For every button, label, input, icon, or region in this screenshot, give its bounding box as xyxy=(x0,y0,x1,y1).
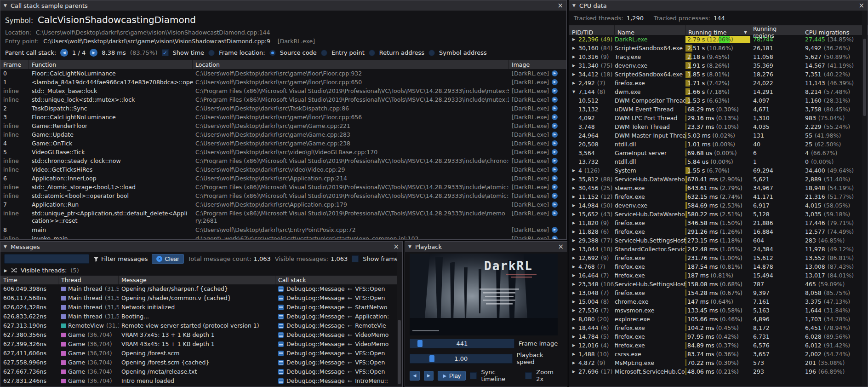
expand-icon[interactable]: ▶ xyxy=(571,323,576,332)
frame-goto-icon[interactable]: ▶ xyxy=(552,167,558,173)
expand-icon[interactable]: ▶ xyxy=(571,175,576,184)
expand-icon[interactable]: ▶ xyxy=(571,79,576,87)
expand-icon[interactable]: ▶ xyxy=(571,44,576,52)
expand-icon[interactable]: ▶ xyxy=(571,350,576,358)
col-time[interactable]: Time xyxy=(0,276,58,284)
callstack-frame-row[interactable]: inlinestd::_Atomic_storage<bool,1>::load… xyxy=(0,183,566,191)
frame-goto-icon[interactable]: ▶ xyxy=(552,210,558,216)
show-time-checkbox[interactable]: ✓ xyxy=(162,49,169,56)
message-filter-input[interactable] xyxy=(4,254,89,264)
col-thread[interactable]: Thread xyxy=(58,276,119,284)
callstack-frame-row[interactable]: 1<lambda_84a19dc444fae966ca174e83e708bdc… xyxy=(0,78,566,87)
cpu-process-row[interactable]: ▶2,492(7)firefox.exe1.71 s(7.42%)24,0221… xyxy=(569,79,868,87)
expand-icon[interactable]: ▶ xyxy=(571,367,576,376)
play-button[interactable]: ▶ Play xyxy=(438,371,466,381)
scrollbar-thumb[interactable] xyxy=(398,320,401,384)
close-icon[interactable]: × xyxy=(393,243,399,250)
cpu-process-row[interactable]: ▶29,388(77)ServiceHub.SettingsHost273.15… xyxy=(569,236,868,245)
message-row[interactable]: 606,049,398nsMain thread(31,596)Opening … xyxy=(0,284,402,294)
cpu-table-header[interactable]: PID/TID Name Running time▼ Running regio… xyxy=(569,25,868,35)
frame-goto-icon[interactable]: ▶ xyxy=(552,193,558,199)
cpu-titlebar[interactable]: ▼ CPU data × xyxy=(569,0,868,11)
cpu-process-row[interactable]: ▶30,456(25)steam.exe643.61 ms(2.79%)34,9… xyxy=(569,184,868,192)
frame-location-radio[interactable] xyxy=(428,50,435,56)
frame-goto-icon[interactable]: ▶ xyxy=(552,140,558,146)
callstack-titlebar[interactable]: ▼ Call stack sample parents × xyxy=(0,0,566,11)
cpu-process-row[interactable]: ▶10,316(9)Tracy.exe2.18 s(9.45%)11,0585,… xyxy=(569,52,868,61)
expand-icon[interactable]: ▶ xyxy=(571,70,576,79)
cpu-process-row[interactable]: ▶27,696(17)Microsoft.ServiceHub.Co48.06 … xyxy=(569,367,868,376)
expand-icon[interactable]: ▶ xyxy=(571,271,576,280)
expand-icon[interactable]: ▶ xyxy=(571,219,576,227)
expand-icon[interactable]: ▶ xyxy=(571,192,576,201)
expand-icon[interactable]: ▶ xyxy=(571,201,576,210)
expand-icon[interactable]: ▶ xyxy=(571,35,576,44)
cpu-process-row[interactable]: ▶18,444(6)firefox.exe104.2 ms(0.45%)8,17… xyxy=(569,323,868,332)
cpu-thread-row[interactable]: 4,092DWM LPC Port Thread29.16 ms(0.13%)1… xyxy=(569,114,868,122)
cpu-thread-row[interactable]: 13,732ntdll.dll5.84 us(0.00%)10(0.00%) xyxy=(569,157,868,166)
next-stack-button[interactable]: ▶ xyxy=(90,49,97,57)
callstack-table-header[interactable]: Frame Function Location Image xyxy=(0,60,566,69)
cpu-process-row[interactable]: ▶27,536(7)msvsmon.exe133.45 ms(0.58%)5,1… xyxy=(569,306,868,315)
close-icon[interactable]: × xyxy=(558,243,564,250)
messages-table-header[interactable]: Time Thread Message Call stack xyxy=(0,276,402,284)
callstack-entry-icon[interactable] xyxy=(278,295,284,301)
cpu-process-row[interactable]: ▶14,984(50)devenv.exe584.69 ms(2.53%)6,9… xyxy=(569,201,868,210)
frame-image-slider[interactable]: 441 xyxy=(410,339,514,348)
frame-goto-icon[interactable]: ▶ xyxy=(552,114,558,120)
collapse-icon[interactable]: ▼ xyxy=(4,244,7,249)
cpu-thread-row[interactable]: 20,508ntdll.dll1.01 ms(0.00%)4025(62.50%… xyxy=(569,140,868,149)
cpu-process-row[interactable]: ▶12,016(4)firefox.exe84.89 ms(0.37%)6,57… xyxy=(569,341,868,350)
cpu-process-row[interactable]: ▶16,464(7)firefox.exe187 ms(0.81%)15,494… xyxy=(569,271,868,280)
playback-speed-slider[interactable]: 1.00 xyxy=(410,354,513,364)
callstack-frame-row[interactable]: inlinestd::_Mutex_base::lockC:\Program F… xyxy=(0,87,566,95)
expand-icon[interactable]: ▶ xyxy=(571,52,576,61)
callstack-frame-row[interactable]: inlinestd::unique_lock<std::mutex>::lock… xyxy=(0,95,566,104)
cpu-process-row[interactable]: ▶14,784(5)firefox.exe97.95 ms(0.42%)6,73… xyxy=(569,332,868,341)
callstack-entry-icon[interactable] xyxy=(278,323,284,329)
close-icon[interactable]: × xyxy=(557,2,563,9)
close-icon[interactable]: × xyxy=(858,2,864,9)
callstack-frame-row[interactable]: 3Floor::CalcLightNoLuminanceC:\Users\wol… xyxy=(0,113,566,121)
frame-goto-icon[interactable]: ▶ xyxy=(552,149,558,155)
expand-icon[interactable]: ▶ xyxy=(571,210,576,219)
cpu-thread-row[interactable]: 13,132uDWM Event Thread68.29 ms(0.30%)4,… xyxy=(569,105,868,114)
frame-location-radio[interactable] xyxy=(321,50,327,56)
callstack-frame-row[interactable]: inlineVideo::GetTicksHiResC:\Users\wolf\… xyxy=(0,165,566,174)
expand-icon[interactable]: ▶ xyxy=(571,61,576,70)
callstack-frame-row[interactable]: inlinestd::atomic<bool>::operator boolC:… xyxy=(0,191,566,200)
callstack-entry-icon[interactable] xyxy=(278,341,284,347)
message-row[interactable]: 627,667,736nsGame(36,704)Opening /meta/r… xyxy=(0,367,402,376)
expand-icon[interactable]: ▶ xyxy=(571,306,576,315)
expand-icon[interactable]: ▶ xyxy=(571,341,576,350)
frame-goto-icon[interactable]: ▶ xyxy=(552,236,558,240)
callstack-frame-row[interactable]: 7Application::RunC:\Users\wolf\Desktop\d… xyxy=(0,200,566,209)
expand-icon[interactable]: ▶ xyxy=(571,297,576,306)
cpu-thread-row[interactable]: 3,564GameInput server69.68 us(0.00%)64(6… xyxy=(569,149,868,157)
callstack-frame-row[interactable]: 8mainC:\Users\wolf\Desktop\darkrl\src\En… xyxy=(0,225,566,234)
frame-goto-icon[interactable]: ▶ xyxy=(552,88,558,94)
cpu-process-row[interactable]: ▶13,048(7)firefox.exe154.28 ms(0.67%)9,3… xyxy=(569,289,868,297)
message-row[interactable]: 627,313,190nsRemoteView(31,392)Remote vi… xyxy=(0,321,402,330)
message-row[interactable]: 627,558,996nsGame(36,704)Opening /forest… xyxy=(0,358,402,367)
next-frame-button[interactable]: ▶ xyxy=(424,371,434,381)
cpu-process-row[interactable]: ▶4(126)System1.55 s(6.70%)69,29434,400(4… xyxy=(569,166,868,175)
expand-icon[interactable]: ▶ xyxy=(571,262,576,271)
frame-location-radio[interactable] xyxy=(369,50,375,56)
cpu-process-row[interactable]: ▶31,340(75)devenv.exe1.91 s(8.26%)35,369… xyxy=(569,61,868,70)
expand-icon[interactable]: ▶ xyxy=(571,254,576,262)
playback-titlebar[interactable]: ▼ Playback × xyxy=(405,242,567,252)
col-message[interactable]: Message xyxy=(119,276,275,284)
frame-goto-icon[interactable]: ▶ xyxy=(552,227,558,233)
frame-goto-icon[interactable]: ▶ xyxy=(552,70,558,76)
cpu-process-row[interactable]: ▶35,812(88)ServiceHub.DataWareho670.41 m… xyxy=(569,175,868,184)
messages-titlebar[interactable]: ▼ Messages × xyxy=(0,242,402,252)
collapse-icon[interactable]: ▼ xyxy=(572,3,576,8)
callstack-entry-icon[interactable] xyxy=(278,378,284,384)
expand-icon[interactable]: ▶ xyxy=(571,289,576,297)
callstack-frame-row[interactable]: 6Application::InnerLoopC:\Users\wolf\Des… xyxy=(0,174,566,183)
expand-icon[interactable]: ▶ xyxy=(571,332,576,341)
collapse-icon[interactable]: ▼ xyxy=(408,244,411,249)
cpu-process-row[interactable]: ▶22,396(49)DarkRL.exe2.79 s(12.06%)78,74… xyxy=(569,35,868,44)
expand-icon[interactable]: ▶ xyxy=(571,358,576,367)
